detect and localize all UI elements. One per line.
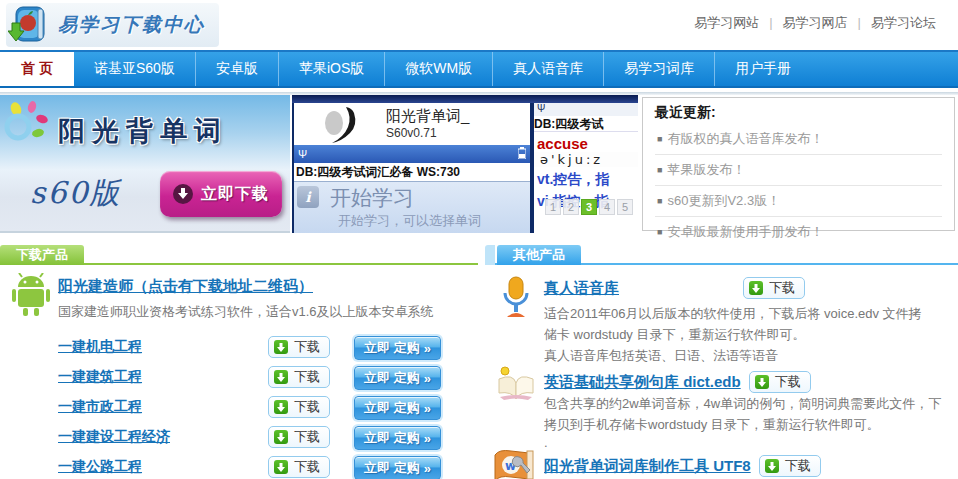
download-products-column: 下载产品 阳光建造师（点击有下载地址二维码） 国家建造师职业资格考试练习软件，适… [0, 243, 478, 479]
phonetic-text: ə'kju:z [534, 152, 638, 167]
builder-app-desc: 国家建造师职业资格考试练习软件，适合v1.6及以上版本安卓系统 [58, 303, 478, 321]
download-button[interactable]: 下载 [743, 277, 805, 299]
hero-row: 阳光背单词 s60版 立即下载 阳光背单词_ S60v0.71 [0, 95, 958, 233]
wordlist-tool-row: 阳光背单词词库制作工具 UTF8 下载 [544, 455, 821, 477]
update-item[interactable]: ■s60更新到V2.3版！ [655, 186, 942, 217]
update-item[interactable]: ■有版权的真人语音库发布！ [655, 124, 942, 155]
download-button[interactable]: 下载 [268, 426, 330, 448]
banner-title: 阳光背单词 [58, 113, 228, 149]
site-title: 易学习下载中心 [58, 12, 205, 38]
download-label: 下载 [294, 368, 320, 386]
download-products-header: 下载产品 [0, 243, 478, 265]
download-button[interactable]: 下载 [268, 336, 330, 358]
product-banner: 阳光背单词 s60版 立即下载 [0, 95, 290, 233]
download-icon [274, 430, 288, 444]
nav-tab-ios[interactable]: 苹果iOS版 [278, 52, 384, 86]
page-dot-5[interactable]: 5 [617, 199, 633, 215]
product-row: 一建公路工程 下载 立即 定购» [0, 456, 478, 479]
voice-library-link[interactable]: 真人语音库 [544, 279, 619, 298]
db-info-bar: DB:四级考试词汇必备 WS:730 [294, 163, 530, 181]
chevron-right-icon: » [424, 341, 431, 356]
page-dot-3-active[interactable]: 3 [581, 199, 597, 215]
other-products-column: 其他产品 真人语音库 下载 适合2011年06月以后版本的软件使用，下载后将 v… [485, 243, 958, 479]
bullet-icon: ■ [657, 165, 662, 175]
update-text: 安卓版最新使用手册发布！ [667, 224, 823, 239]
order-button[interactable]: 立即 定购» [354, 426, 441, 450]
recent-updates-title: 最近更新: [655, 104, 942, 122]
menu-subtext: 开始学习，可以选择单词 [338, 212, 481, 230]
chevron-right-icon: » [424, 431, 431, 446]
nav-tab-dictionary[interactable]: 易学习词库 [603, 52, 714, 86]
site-logo[interactable]: 易学习下载中心 [6, 3, 219, 47]
order-button[interactable]: 立即 定购» [354, 456, 441, 479]
sentence-library-desc: 包含共享的约2w单词音标，4w单词的例句，简明词典需要此文件，下 [544, 395, 958, 413]
antenna-icon: Ψ [298, 148, 307, 160]
bullet-icon: ■ [657, 227, 662, 237]
chevron-right-icon: » [424, 401, 431, 416]
wordlist-tool-link[interactable]: 阳光背单词词库制作工具 UTF8 [544, 457, 751, 476]
product-link-gonglu[interactable]: 一建公路工程 [58, 458, 142, 476]
battery-icon [518, 145, 526, 163]
recent-updates-box: 最近更新: ■有版权的真人语音库发布！ ■苹果版发布！ ■s60更新到V2.3版… [642, 97, 955, 231]
order-button[interactable]: 立即 定购» [354, 396, 441, 420]
tab-other-products[interactable]: 其他产品 [497, 245, 581, 265]
download-button[interactable]: 下载 [749, 371, 811, 393]
top-link-website[interactable]: 易学习网站 [694, 15, 759, 30]
builder-app-link[interactable]: 阳光建造师（点击有下载地址二维码） [58, 277, 313, 296]
order-label: 立即 定购 [364, 459, 420, 477]
download-label: 下载 [294, 458, 320, 476]
update-item[interactable]: ■苹果版发布！ [655, 155, 942, 186]
product-row: 一建建设工程经济 下载 立即 定购» [0, 426, 478, 450]
sentence-library-desc: 拷贝到手机存储卡wordstudy 目录下，重新运行软件即可。 [544, 416, 958, 434]
android-icon [10, 273, 52, 321]
book-bulb-icon [495, 365, 537, 405]
download-icon [274, 400, 288, 414]
download-label: 下载 [294, 398, 320, 416]
sentence-library-row: 英语基础共享例句库 dict.edb 下载 [544, 371, 811, 393]
nav-tab-wm[interactable]: 微软WM版 [384, 52, 492, 86]
product-link-jianzhu[interactable]: 一建建筑工程 [58, 368, 142, 386]
app-title-bar: 阳光背单词_ S60v0.71 [294, 103, 530, 145]
download-button[interactable]: 下载 [759, 455, 821, 477]
product-link-jidian[interactable]: 一建机电工程 [58, 338, 142, 356]
page-dot-2[interactable]: 2 [563, 199, 579, 215]
nav-tab-home[interactable]: 首 页 [0, 52, 74, 86]
sentence-library-link[interactable]: 英语基础共享例句库 dict.edb [544, 373, 741, 392]
chevron-right-icon: » [424, 371, 431, 386]
carousel-top-bar [292, 95, 638, 103]
top-link-forum[interactable]: 易学习论坛 [871, 15, 936, 30]
download-button[interactable]: 下载 [268, 366, 330, 388]
page-dot-1[interactable]: 1 [545, 199, 561, 215]
order-button[interactable]: 立即 定购» [354, 336, 441, 360]
top-link-store[interactable]: 易学习网店 [783, 15, 848, 30]
banner-download-button[interactable]: 立即下载 [160, 171, 282, 217]
flower-icon [2, 101, 54, 153]
tab-ear [485, 245, 495, 265]
voice-library-desc: 适合2011年06月以后版本的软件使用，下载后将 voice.edv 文件拷 [544, 305, 958, 323]
download-button[interactable]: 下载 [268, 456, 330, 478]
products-section: 下载产品 阳光建造师（点击有下载地址二维码） 国家建造师职业资格考试练习软件，适… [0, 243, 958, 479]
backpack-logo-icon [8, 1, 50, 49]
download-icon [749, 281, 763, 295]
nav-tab-nokia-s60[interactable]: 诺基亚S60版 [74, 52, 195, 86]
mic-icon [495, 275, 537, 323]
menu-area: i 开始学习 开始学习，可以选择单词 [294, 181, 530, 233]
top-links: 易学习网站|易学习网店|易学习论坛 [684, 14, 946, 32]
nav-tab-voice-library[interactable]: 真人语音库 [492, 52, 603, 86]
nav-tab-manual[interactable]: 用户手册 [714, 52, 811, 86]
page-dot-4[interactable]: 4 [599, 199, 615, 215]
screenshot-carousel: 阳光背单词_ S60v0.71 Ψ DB:四级考试词汇必备 WS:730 i 开… [292, 95, 638, 233]
tab-download-products[interactable]: 下载产品 [0, 245, 84, 265]
info-icon: i [297, 186, 319, 208]
download-button[interactable]: 下载 [268, 396, 330, 418]
page-header: 易学习下载中心 易学习网站|易学习网店|易学习论坛 [0, 0, 958, 50]
product-link-jingji[interactable]: 一建建设工程经济 [58, 428, 170, 446]
order-label: 立即 定购 [364, 399, 420, 417]
download-label: 下载 [294, 338, 320, 356]
order-button[interactable]: 立即 定购» [354, 366, 441, 390]
menu-heading: 开始学习 [330, 184, 414, 212]
nav-tab-android[interactable]: 安卓版 [195, 52, 278, 86]
db-info-bar: DB:四级考试 [534, 116, 638, 132]
product-link-shizheng[interactable]: 一建市政工程 [58, 398, 142, 416]
phone-screenshot-1: 阳光背单词_ S60v0.71 Ψ DB:四级考试词汇必备 WS:730 i 开… [294, 103, 530, 233]
